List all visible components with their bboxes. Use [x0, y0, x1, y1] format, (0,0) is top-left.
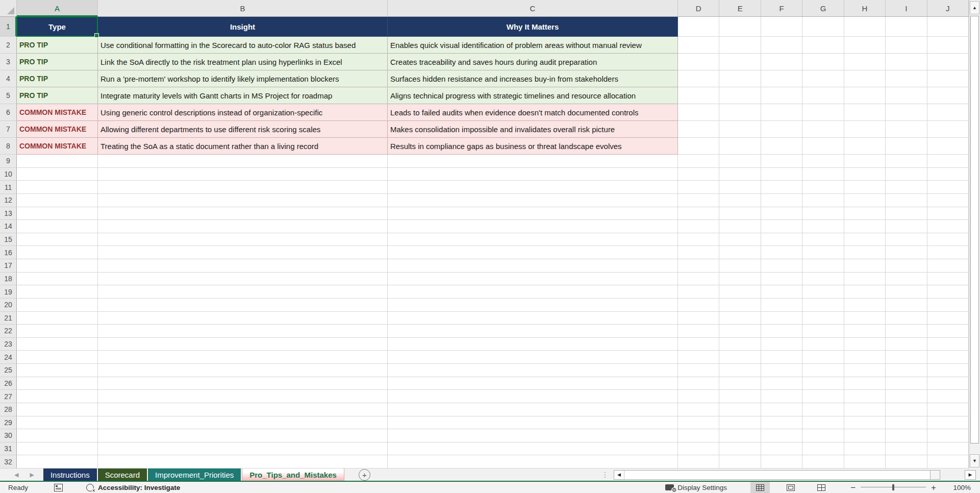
cell-B7[interactable]: Allowing different departments to use di…: [98, 121, 388, 138]
cell-B15[interactable]: [98, 233, 388, 246]
cell-B27[interactable]: [98, 390, 388, 403]
cell-D13[interactable]: [678, 207, 719, 220]
cell-B28[interactable]: [98, 403, 388, 416]
cell-I5[interactable]: [886, 87, 927, 104]
cell-B2[interactable]: Use conditional formatting in the Scorec…: [98, 37, 388, 54]
cell-H9[interactable]: [844, 155, 886, 168]
cell-F22[interactable]: [761, 325, 802, 338]
cell-F32[interactable]: [761, 455, 802, 469]
cell-B22[interactable]: [98, 325, 388, 338]
column-header-B[interactable]: B: [98, 0, 388, 16]
cell-A5[interactable]: PRO TIP: [17, 87, 98, 104]
cell-E11[interactable]: [719, 181, 761, 194]
cell-I32[interactable]: [886, 455, 927, 469]
cell-G28[interactable]: [802, 403, 844, 416]
row-header-14[interactable]: 14: [0, 220, 17, 233]
cell-D19[interactable]: [678, 285, 719, 299]
cell-E21[interactable]: [719, 312, 761, 325]
cell-I12[interactable]: [886, 194, 927, 207]
cell-F12[interactable]: [761, 194, 802, 207]
cell-H26[interactable]: [844, 377, 886, 390]
cell-F5[interactable]: [761, 87, 802, 104]
cell-I6[interactable]: [886, 104, 927, 121]
cell-J16[interactable]: [927, 246, 969, 259]
cell-F28[interactable]: [761, 403, 802, 416]
cell-E6[interactable]: [719, 104, 761, 121]
cell-B6[interactable]: Using generic control descriptions inste…: [98, 104, 388, 121]
cell-A29[interactable]: [17, 416, 98, 430]
cell-C5[interactable]: Aligns technical progress with strategic…: [388, 87, 678, 104]
cell-C30[interactable]: [388, 429, 678, 442]
cell-H12[interactable]: [844, 194, 886, 207]
cell-A16[interactable]: [17, 246, 98, 259]
row-header-24[interactable]: 24: [0, 351, 17, 364]
cell-J12[interactable]: [927, 194, 969, 207]
cell-E3[interactable]: [719, 54, 761, 70]
cell-A4[interactable]: PRO TIP: [17, 70, 98, 87]
scroll-right-icon[interactable]: ▶: [965, 470, 976, 480]
cell-H29[interactable]: [844, 416, 886, 430]
cell-F30[interactable]: [761, 429, 802, 442]
cell-G1[interactable]: [802, 17, 844, 37]
cell-G27[interactable]: [802, 390, 844, 403]
cell-I1[interactable]: [886, 17, 927, 37]
cell-G30[interactable]: [802, 429, 844, 442]
row-header-23[interactable]: 23: [0, 338, 17, 351]
cell-C10[interactable]: [388, 168, 678, 181]
cell-J20[interactable]: [927, 299, 969, 312]
cell-F1[interactable]: [761, 17, 802, 37]
row-header-6[interactable]: 6: [0, 104, 17, 121]
column-header-J[interactable]: J: [927, 0, 969, 16]
cell-J29[interactable]: [927, 416, 969, 430]
cell-J4[interactable]: [927, 70, 969, 87]
cell-C32[interactable]: [388, 455, 678, 469]
cell-C25[interactable]: [388, 364, 678, 377]
row-header-7[interactable]: 7: [0, 121, 17, 138]
cell-H28[interactable]: [844, 403, 886, 416]
cell-F11[interactable]: [761, 181, 802, 194]
fill-handle[interactable]: [94, 33, 99, 38]
cell-A9[interactable]: [17, 155, 98, 168]
horizontal-scrollbar-thumb[interactable]: [624, 471, 931, 479]
cell-A19[interactable]: [17, 285, 98, 299]
cell-I18[interactable]: [886, 273, 927, 286]
cell-D14[interactable]: [678, 220, 719, 233]
cell-E1[interactable]: [719, 17, 761, 37]
cell-A15[interactable]: [17, 233, 98, 246]
cell-E32[interactable]: [719, 455, 761, 469]
cell-B3[interactable]: Link the SoA directly to the risk treatm…: [98, 54, 388, 70]
cell-C26[interactable]: [388, 377, 678, 390]
cell-H10[interactable]: [844, 168, 886, 181]
cell-F24[interactable]: [761, 351, 802, 364]
cell-C18[interactable]: [388, 273, 678, 286]
cell-I23[interactable]: [886, 338, 927, 351]
cell-F29[interactable]: [761, 416, 802, 430]
cell-D17[interactable]: [678, 259, 719, 273]
cell-E15[interactable]: [719, 233, 761, 246]
row-header-29[interactable]: 29: [0, 416, 17, 430]
cell-G25[interactable]: [802, 364, 844, 377]
cell-H5[interactable]: [844, 87, 886, 104]
cell-B4[interactable]: Run a 'pre-mortem' workshop to identify …: [98, 70, 388, 87]
row-header-15[interactable]: 15: [0, 233, 17, 246]
cell-J23[interactable]: [927, 338, 969, 351]
add-sheet-button[interactable]: +: [359, 469, 370, 481]
cell-A1[interactable]: Type: [17, 17, 98, 37]
cell-B5[interactable]: Integrate maturity levels with Gantt cha…: [98, 87, 388, 104]
cell-H24[interactable]: [844, 351, 886, 364]
cell-J26[interactable]: [927, 377, 969, 390]
cell-G9[interactable]: [802, 155, 844, 168]
cell-F10[interactable]: [761, 168, 802, 181]
cell-B18[interactable]: [98, 273, 388, 286]
cell-E23[interactable]: [719, 338, 761, 351]
cell-I17[interactable]: [886, 259, 927, 273]
row-header-25[interactable]: 25: [0, 364, 17, 377]
cell-B13[interactable]: [98, 207, 388, 220]
cell-E20[interactable]: [719, 299, 761, 312]
cell-B16[interactable]: [98, 246, 388, 259]
cell-G26[interactable]: [802, 377, 844, 390]
cell-C8[interactable]: Results in compliance gaps as business o…: [388, 138, 678, 155]
cell-J13[interactable]: [927, 207, 969, 220]
cell-A2[interactable]: PRO TIP: [17, 37, 98, 54]
cell-I15[interactable]: [886, 233, 927, 246]
